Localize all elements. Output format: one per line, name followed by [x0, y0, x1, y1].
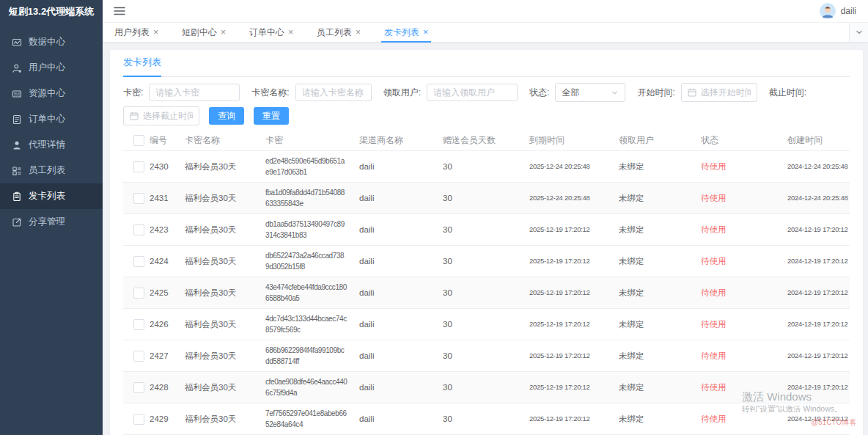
end-time-label: 截止时间: [769, 87, 806, 99]
row-checkbox[interactable] [133, 382, 144, 393]
cell-card-name: 福利会员30天 [185, 318, 265, 331]
end-time-input[interactable]: 选择截止时间 [123, 106, 199, 125]
cell-card-code: fba1d09fa8dd4d71b54088633355843e [265, 187, 359, 209]
receiver-input[interactable] [427, 84, 518, 101]
table-row: 2423 福利会员30天 db1aa5d37513490497c89314c38… [123, 214, 850, 246]
cell-channel: daili [359, 381, 443, 394]
sidebar-item-share-manage[interactable]: 分享管理 [0, 209, 103, 235]
row-checkbox[interactable] [133, 193, 144, 204]
cell-card-code: 686b9622984f4fa99109bcdd588714ff [265, 345, 359, 367]
select-all-checkbox[interactable] [133, 135, 144, 146]
cell-expire-time: 2025-12-19 17:20:12 [529, 414, 619, 424]
cell-channel: daili [359, 161, 443, 173]
tab-close-icon[interactable]: × [153, 28, 158, 37]
user-menu[interactable]: daili [820, 3, 856, 19]
cell-gift-days: 30 [443, 287, 529, 299]
cell-id: 2423 [150, 224, 185, 236]
tab-close-icon[interactable]: × [221, 28, 226, 37]
cell-gift-days: 30 [443, 381, 529, 394]
cell-status: 待使用 [701, 192, 787, 205]
row-checkbox[interactable] [133, 414, 144, 425]
cell-expire-time: 2025-12-19 17:20:12 [529, 382, 619, 392]
cell-status: 待使用 [701, 161, 787, 173]
cell-receiver: 未绑定 [619, 161, 701, 173]
card-name-label: 卡密名称: [251, 87, 289, 99]
table-row: 2429 福利会员30天 7ef7565297e041e8abeb6652e84… [123, 403, 850, 435]
filter-row-2: 选择截止时间 查询 重置 [123, 107, 850, 125]
hamburger-menu-icon[interactable] [114, 6, 125, 16]
tab-staff-list[interactable]: 员工列表 × [314, 23, 364, 42]
tab-list-dropdown-button[interactable] [849, 23, 868, 42]
data-center-icon [12, 37, 22, 48]
tab-close-icon[interactable]: × [423, 28, 428, 37]
tab-close-icon[interactable]: × [288, 28, 293, 37]
cell-gift-days: 30 [443, 413, 529, 425]
panel-tabs: 发卡列表 [123, 50, 850, 77]
row-checkbox[interactable] [133, 224, 144, 235]
panel-tab-card-list[interactable]: 发卡列表 [123, 56, 161, 77]
cell-id: 2426 [150, 318, 185, 331]
cell-status: 待使用 [701, 350, 787, 362]
table-row: 2430 福利会员30天 ed2e48c590e645d9b651ae9e17d… [123, 151, 850, 183]
row-checkbox[interactable] [133, 351, 144, 362]
cell-card-name: 福利会员30天 [185, 413, 265, 425]
kami-input[interactable] [149, 84, 240, 101]
status-select[interactable]: 全部 [555, 83, 625, 102]
username: daili [841, 6, 856, 16]
tab-close-icon[interactable]: × [356, 28, 361, 37]
cell-expire-time: 2025-12-19 17:20:12 [529, 224, 619, 235]
start-time-label: 开始时间: [637, 87, 674, 99]
cell-expire-time: 2025-12-19 17:20:12 [529, 351, 619, 361]
cell-expire-time: 2025-12-24 20:25:48 [529, 161, 619, 172]
cell-id: 2430 [150, 161, 185, 173]
card-name-input[interactable] [295, 84, 372, 101]
cell-card-code: 4dc7d43c133d44bcaec74c8579fc569c [265, 313, 359, 335]
tab-card-list[interactable]: 发卡列表 × [381, 23, 431, 42]
app-title: 短剧13.2代理端系统 [0, 0, 103, 23]
row-checkbox[interactable] [133, 288, 144, 299]
tabbar: 用户列表 × 短剧中心 × 订单中心 × 员工列表 × 发卡列表 × [103, 23, 868, 43]
tab-drama-center[interactable]: 短剧中心 × [179, 23, 229, 42]
cell-channel: daili [359, 350, 443, 362]
content-area: 发卡列表 卡密: 卡密名称: 领取用户: [103, 43, 868, 435]
column-header: 编号 [150, 134, 185, 147]
cell-card-name: 福利会员30天 [185, 381, 265, 394]
cell-gift-days: 30 [443, 161, 529, 173]
sidebar-item-data-center[interactable]: 数据中心 [0, 29, 103, 55]
cell-create-time: 2024-12-19 17:20:12 [787, 256, 853, 266]
cell-create-time: 2024-12-19 17:20:12 [787, 288, 853, 298]
card-panel: 发卡列表 卡密: 卡密名称: 领取用户: [110, 50, 863, 435]
cell-status: 待使用 [701, 318, 787, 331]
user-center-icon [12, 63, 22, 73]
start-time-input[interactable]: 选择开始时间 [681, 83, 757, 102]
tab-user-list[interactable]: 用户列表 × [111, 23, 161, 42]
tab-order-center[interactable]: 订单中心 × [246, 23, 296, 42]
app-window: 短剧13.2代理端系统 数据中心 用户中心 资源中心 订单中心 代理详情 员工列… [0, 0, 868, 435]
cell-channel: daili [359, 224, 443, 236]
reset-button[interactable]: 重置 [254, 107, 289, 125]
sidebar-item-agent-detail[interactable]: 代理详情 [0, 132, 103, 158]
table-row: 2424 福利会员30天 db6522473a2a46ccad7389d3052… [123, 246, 850, 277]
cell-id: 2424 [150, 255, 185, 268]
search-button[interactable]: 查询 [209, 107, 244, 125]
cell-receiver: 未绑定 [619, 255, 701, 268]
row-checkbox[interactable] [133, 319, 144, 330]
row-checkbox[interactable] [133, 256, 144, 267]
cell-receiver: 未绑定 [619, 350, 701, 362]
chevron-down-icon [611, 89, 619, 97]
cell-id: 2431 [150, 192, 185, 205]
sidebar-item-resource-center[interactable]: 资源中心 [0, 81, 103, 106]
calendar-icon [688, 88, 696, 97]
sidebar-item-user-center[interactable]: 用户中心 [0, 55, 103, 81]
row-checkbox[interactable] [133, 161, 144, 172]
cell-id: 2428 [150, 381, 185, 394]
receiver-label: 领取用户: [383, 87, 421, 99]
sidebar-item-order-center[interactable]: 订单中心 [0, 106, 103, 132]
cell-gift-days: 30 [443, 192, 529, 205]
sidebar-item-card-list[interactable]: 发卡列表 [0, 183, 103, 209]
sidebar-item-staff-list[interactable]: 员工列表 [0, 158, 103, 183]
open-tabs: 用户列表 × 短剧中心 × 订单中心 × 员工列表 × 发卡列表 × [111, 23, 449, 42]
column-header: 卡密 [265, 134, 359, 147]
user-avatar [820, 3, 836, 19]
column-header: 卡密名称 [185, 134, 265, 147]
